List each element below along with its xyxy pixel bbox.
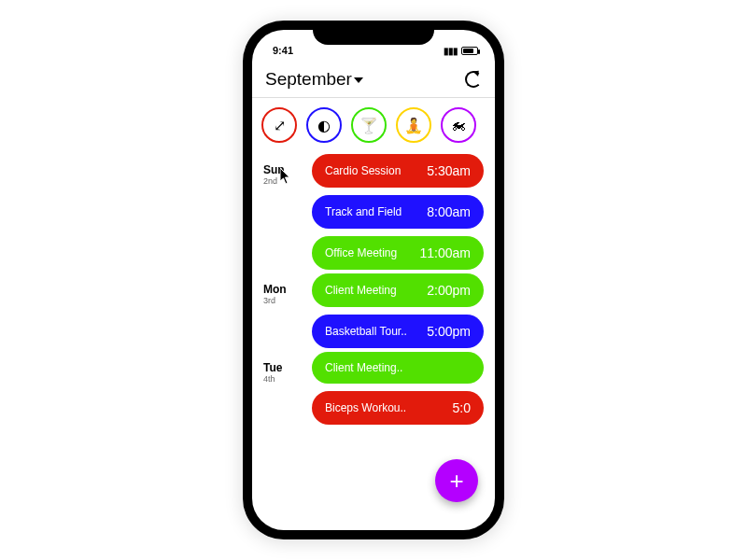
day-num: 3rd [263,296,303,305]
event-pill[interactable]: Basketball Tour..5:00pm [312,315,484,348]
event-time: 5:30am [427,163,471,178]
phone-frame: 9:41 ▮▮▮ September ⤢◐🍸🧘🏍 Sun2ndCardio Se… [243,21,504,539]
month-label: September [265,69,352,90]
add-button[interactable]: + [435,459,478,502]
day-num: 2nd [263,176,303,186]
category-sports[interactable]: ◐ [306,107,342,143]
chevron-down-icon [354,77,363,83]
events: Cardio Session5:30amTrack and Field8:00a… [312,154,484,270]
event-pill[interactable]: Office Meeting11:00am [312,236,484,270]
event-title: Office Meeting [325,246,397,259]
event-time: 8:00am [427,204,471,219]
notch [313,21,434,45]
event-pill[interactable]: Biceps Workou..5:0 [312,391,484,425]
battery-icon [461,47,478,55]
category-yoga[interactable]: 🧘 [396,107,431,143]
day-name: Tue [263,361,303,374]
event-time: 11:00am [420,245,471,260]
event-time: 2:00pm [427,283,471,298]
day-name: Mon [263,283,303,296]
event-title: Cardio Session [325,164,401,177]
category-cycle[interactable]: 🏍 [441,107,476,143]
day-name: Sun [263,163,303,176]
event-pill[interactable]: Track and Field8:00am [312,195,484,229]
day-group: Sun2ndCardio Session5:30amTrack and Fiel… [263,154,484,270]
event-pill[interactable]: Cardio Session5:30am [312,154,484,188]
events: Client Meeting..Biceps Workou..5:0 [312,352,484,425]
refresh-icon[interactable] [465,71,482,88]
header: September [252,65,495,98]
screen: 9:41 ▮▮▮ September ⤢◐🍸🧘🏍 Sun2ndCardio Se… [252,30,495,530]
event-pill[interactable]: Client Meeting2:00pm [312,273,484,307]
status-right: ▮▮▮ [444,46,478,56]
event-title: Track and Field [325,205,402,218]
event-title: Biceps Workou.. [325,401,406,414]
event-time: 5:0 [453,400,471,415]
category-social[interactable]: 🍸 [351,107,387,143]
signal-icon: ▮▮▮ [444,46,458,56]
status-time: 9:41 [273,45,293,56]
plus-icon: + [449,467,463,496]
event-title: Client Meeting [325,284,397,297]
event-title: Basketball Tour.. [325,325,407,338]
day-label: Mon3rd [263,273,303,348]
month-picker[interactable]: September [265,69,363,90]
day-group: Mon3rdClient Meeting2:00pmBasketball Tou… [263,273,484,348]
event-time: 5:00pm [427,324,471,339]
day-num: 4th [263,374,303,384]
day-label: Tue4th [263,352,303,425]
category-row: ⤢◐🍸🧘🏍 [252,98,495,154]
day-group: Tue4thClient Meeting..Biceps Workou..5:0 [263,352,484,425]
event-title: Client Meeting.. [325,361,402,374]
day-label: Sun2nd [263,154,303,270]
category-cardio[interactable]: ⤢ [261,107,297,143]
event-pill[interactable]: Client Meeting.. [312,352,484,384]
events: Client Meeting2:00pmBasketball Tour..5:0… [312,273,484,348]
